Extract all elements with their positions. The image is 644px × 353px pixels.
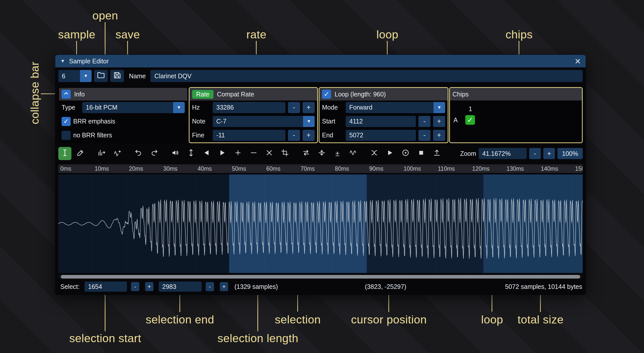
loop-panel-header[interactable]: ✓ Loop (length: 960) — [319, 88, 448, 100]
selection-start-decrease-button[interactable]: - — [131, 282, 139, 291]
caret-down-icon[interactable]: ▼ — [173, 102, 185, 113]
toolbar-button-preview-sample[interactable] — [383, 147, 396, 160]
loop-panel: ✓ Loop (length: 960) Mode Forward ▼ Star… — [319, 87, 448, 143]
toolbar-button-trim[interactable] — [278, 147, 291, 160]
toolbar-button-apply-silence[interactable] — [247, 147, 260, 160]
timeline-ruler[interactable]: 0ms10ms20ms30ms40ms50ms60ms70ms80ms90ms1… — [58, 164, 583, 173]
toolbar-button-invert[interactable] — [315, 147, 328, 160]
loop-end-decrease-button[interactable]: - — [418, 130, 431, 141]
titlebar[interactable]: ▼ Sample Editor × — [55, 55, 586, 67]
loop-start-decrease-button[interactable]: - — [418, 116, 431, 127]
rate-panel-header[interactable]: Rate Compat Rate — [190, 88, 317, 100]
waveform-scrollbar[interactable] — [58, 274, 583, 279]
toolbar-button-redo[interactable] — [148, 147, 161, 160]
insert-silence-icon — [234, 149, 242, 158]
save-sample-button[interactable] — [110, 70, 124, 82]
caret-down-icon[interactable]: ▼ — [303, 116, 315, 127]
loop-end-input[interactable]: 5072 — [346, 130, 416, 141]
toolbar-button-signed-unsigned[interactable]: ± — [331, 147, 344, 160]
zoom-input[interactable]: 41.1672% — [479, 148, 527, 159]
toolbar-button-create-instrument[interactable] — [430, 147, 443, 160]
selection-end-input[interactable]: 2983 — [159, 282, 202, 292]
apply-filter-icon — [349, 149, 357, 158]
close-icon[interactable]: × — [575, 57, 581, 65]
status-bar: Select: 1654 - + 2983 - + (1329 samples)… — [58, 281, 583, 292]
selection-start-increase-button[interactable]: + — [145, 282, 153, 291]
check-icon: ✓ — [63, 117, 69, 125]
trim-icon — [281, 149, 289, 158]
ruler-label: 10ms — [95, 165, 109, 172]
info-panel: Info Type 16-bit PCM ▼ ✓ BRR emphasis no… — [58, 87, 188, 143]
edit-mode-select-icon — [61, 149, 69, 158]
selection-start-input[interactable]: 1654 — [85, 282, 127, 292]
annotation-rate: rate — [246, 28, 266, 41]
selection-end-decrease-button[interactable]: - — [206, 282, 214, 291]
select-label: Select: — [60, 281, 79, 292]
folder-open-icon — [97, 71, 105, 81]
toolbar-button-crossfade-loop-points[interactable] — [368, 147, 381, 160]
loop-enable-checkbox[interactable]: ✓ — [322, 90, 331, 99]
fine-decrease-button[interactable]: - — [288, 130, 300, 141]
chip-enable-checkbox[interactable]: ✓ — [465, 115, 475, 125]
annotation-selection-end: selection end — [146, 313, 214, 326]
sample-selector[interactable]: 6 ▼ — [58, 70, 92, 82]
caret-down-icon[interactable]: ▼ — [80, 70, 92, 82]
sample-type-dropdown[interactable]: 16-bit PCM ▼ — [82, 102, 185, 113]
brr-emphasis-checkbox[interactable]: ✓ — [62, 117, 71, 126]
loop-end-increase-button[interactable]: + — [433, 130, 445, 141]
open-sample-button[interactable] — [94, 70, 108, 82]
loop-start-increase-button[interactable]: + — [433, 116, 445, 127]
toolbar-button-resample[interactable] — [111, 147, 124, 160]
zoom-reset-button[interactable]: 100% — [557, 148, 583, 159]
hz-decrease-button[interactable]: - — [288, 102, 300, 113]
note-dropdown[interactable]: C-7 ▼ — [213, 116, 315, 127]
waveform-area[interactable] — [58, 174, 583, 273]
toolbar-button-resize[interactable] — [95, 147, 108, 160]
toolbar-button-edit-mode-draw[interactable] — [74, 147, 87, 160]
caret-down-icon[interactable]: ▼ — [434, 102, 445, 113]
check-icon: ✓ — [467, 116, 473, 124]
toolbar-button-delete[interactable] — [263, 147, 276, 160]
toolbar-button-apply-filter[interactable] — [346, 147, 360, 160]
toolbar-button-reverse[interactable] — [300, 147, 313, 160]
toolbar-button-amplify[interactable] — [169, 147, 182, 160]
sample-name-input[interactable]: Clarinet DQV — [150, 70, 583, 82]
toolbar-button-normalize[interactable] — [184, 147, 198, 160]
loop-mode-dropdown[interactable]: Forward ▼ — [346, 102, 445, 113]
info-panel-header[interactable]: Info — [59, 88, 187, 100]
fine-increase-button[interactable]: + — [303, 130, 315, 141]
ruler-label: 110ms — [438, 165, 455, 172]
annotation-open: open — [92, 9, 118, 22]
scrollbar-thumb[interactable] — [61, 275, 580, 279]
hz-input[interactable]: 33286 — [213, 102, 285, 113]
collapse-bar-button[interactable] — [62, 90, 71, 99]
window-collapse-caret-icon[interactable]: ▼ — [60, 58, 65, 64]
toolbar-button-undo[interactable] — [132, 147, 145, 160]
loop-header-label: Loop (length: 960) — [335, 91, 386, 98]
waveform-canvas[interactable] — [58, 174, 583, 273]
fine-input[interactable]: -11 — [213, 130, 285, 141]
info-header-label: Info — [74, 91, 85, 98]
no-brr-filters-checkbox[interactable] — [62, 131, 71, 140]
zoom-out-button[interactable]: - — [529, 148, 541, 159]
rate-badge[interactable]: Rate — [192, 90, 213, 99]
toolbar-button-stop-preview[interactable] — [415, 147, 428, 160]
zoom-in-button[interactable]: + — [543, 148, 555, 159]
panels-row: Info Type 16-bit PCM ▼ ✓ BRR emphasis no… — [58, 87, 583, 143]
caret-glyph: ▼ — [177, 105, 181, 110]
crossfade-loop-points-icon — [370, 149, 378, 158]
fade-out-icon — [219, 149, 226, 158]
loop-start-input[interactable]: 4112 — [346, 116, 416, 127]
toolbar-button-fade-out[interactable] — [216, 147, 229, 160]
toolbar-button-edit-mode-select[interactable] — [58, 147, 71, 160]
ruler-label: 140ms — [541, 165, 558, 172]
selection-end-increase-button[interactable]: + — [220, 282, 228, 291]
edit-mode-draw-icon — [77, 149, 84, 158]
annotation-line-selection-length — [257, 293, 258, 331]
chips-panel: Chips 1 A ✓ — [449, 87, 583, 143]
toolbar-button-fade-in[interactable] — [200, 147, 213, 160]
toolbar-button-insert-silence[interactable] — [231, 147, 245, 160]
hz-increase-button[interactable]: + — [303, 102, 315, 113]
chips-header-label: Chips — [452, 91, 469, 98]
toolbar-button-preview-from-position[interactable] — [399, 147, 412, 160]
